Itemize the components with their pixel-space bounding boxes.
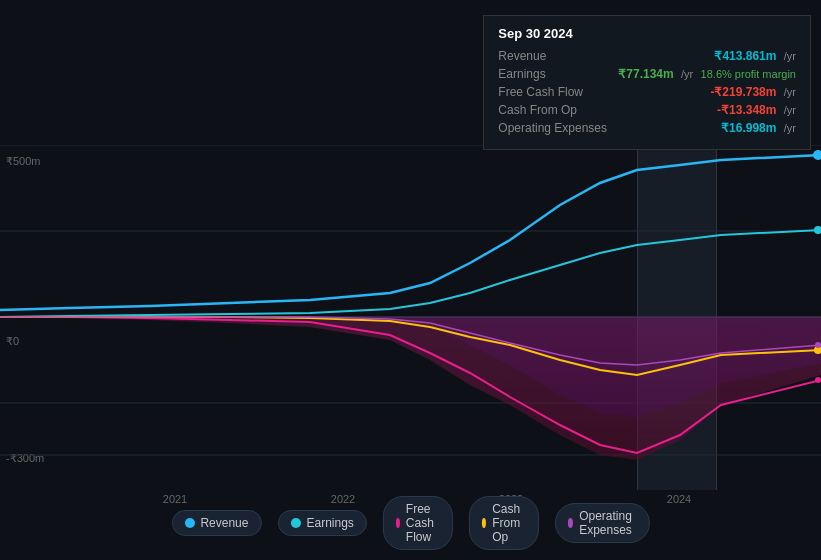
chart-container: Sep 30 2024 Revenue ₹413.861m /yr Earnin… xyxy=(0,0,821,560)
tooltip-label-fcf: Free Cash Flow xyxy=(498,85,618,99)
profit-margin: 18.6% profit margin xyxy=(701,68,796,80)
svg-point-9 xyxy=(815,377,821,383)
tooltip-label-opex: Operating Expenses xyxy=(498,121,618,135)
chart-legend: Revenue Earnings Free Cash Flow Cash Fro… xyxy=(171,496,649,550)
legend-dot-cfo xyxy=(482,518,486,528)
tooltip-row-cfo: Cash From Op -₹13.348m /yr xyxy=(498,103,796,117)
legend-dot-opex xyxy=(568,518,573,528)
legend-item-revenue[interactable]: Revenue xyxy=(171,510,261,536)
tooltip-value-cfo: -₹13.348m xyxy=(717,103,776,117)
tooltip-row-revenue: Revenue ₹413.861m /yr xyxy=(498,49,796,63)
svg-point-6 xyxy=(814,226,821,234)
tooltip-value-fcf: -₹219.738m xyxy=(710,85,776,99)
legend-item-cfo[interactable]: Cash From Op xyxy=(469,496,539,550)
legend-dot-fcf xyxy=(396,518,400,528)
legend-item-earnings[interactable]: Earnings xyxy=(277,510,366,536)
tooltip-label-earnings: Earnings xyxy=(498,67,618,81)
tooltip-value-earnings: ₹77.134m xyxy=(618,67,673,81)
x-label-2024: 2024 xyxy=(667,493,691,505)
legend-label-revenue: Revenue xyxy=(200,516,248,530)
tooltip-row-fcf: Free Cash Flow -₹219.738m /yr xyxy=(498,85,796,99)
tooltip-value-opex: ₹16.998m xyxy=(721,121,776,135)
legend-dot-earnings xyxy=(290,518,300,528)
legend-label-cfo: Cash From Op xyxy=(492,502,526,544)
legend-item-opex[interactable]: Operating Expenses xyxy=(555,503,650,543)
tooltip-label-cfo: Cash From Op xyxy=(498,103,618,117)
tooltip-box: Sep 30 2024 Revenue ₹413.861m /yr Earnin… xyxy=(483,15,811,150)
svg-point-5 xyxy=(813,150,821,160)
tooltip-row-opex: Operating Expenses ₹16.998m /yr xyxy=(498,121,796,135)
legend-label-earnings: Earnings xyxy=(306,516,353,530)
tooltip-label-revenue: Revenue xyxy=(498,49,618,63)
chart-svg xyxy=(0,145,821,490)
legend-dot-revenue xyxy=(184,518,194,528)
tooltip-row-earnings: Earnings ₹77.134m /yr 18.6% profit margi… xyxy=(498,67,796,81)
legend-label-opex: Operating Expenses xyxy=(579,509,636,537)
svg-point-8 xyxy=(815,342,821,348)
tooltip-date: Sep 30 2024 xyxy=(498,26,796,41)
tooltip-value-revenue: ₹413.861m xyxy=(714,49,776,63)
legend-label-fcf: Free Cash Flow xyxy=(406,502,440,544)
legend-item-fcf[interactable]: Free Cash Flow xyxy=(383,496,453,550)
